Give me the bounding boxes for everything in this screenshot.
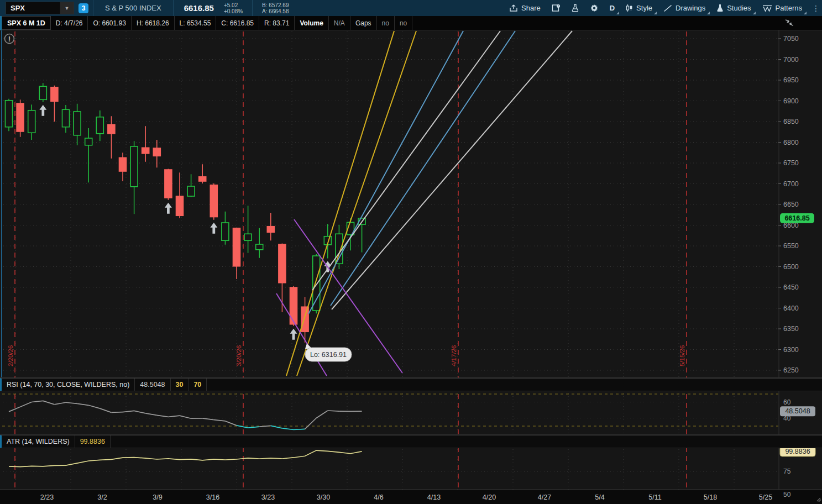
rsi-header-row: RSI (14, 70, 30, CLOSE, WILDERS, no) 48.… [0, 378, 822, 391]
trendline-tool-icon [663, 4, 672, 12]
more-menu[interactable]: ⋮ [808, 4, 822, 13]
share-button[interactable]: Share [504, 0, 546, 16]
candle-body [28, 111, 35, 133]
candle-body [233, 228, 240, 266]
close-value: C: 6616.85 [216, 16, 259, 30]
share-label: Share [521, 4, 541, 12]
studies-label: Studies [727, 4, 751, 12]
price-tick-label: 6300 [783, 346, 799, 354]
patterns-icon [762, 4, 772, 12]
candle-body [336, 234, 343, 264]
atr-header-row: ATR (14, WILDERS) 99.8836 [0, 435, 822, 448]
pane-left-edge [1, 30, 2, 377]
x-axis-row[interactable] [0, 490, 822, 504]
candle-body [187, 186, 195, 196]
symbol-description: S & P 500 INDEX [98, 4, 168, 12]
style-label: Style [636, 4, 652, 12]
gear-icon [590, 4, 599, 13]
candle-body [142, 148, 149, 154]
range-value: R: 83.71 [259, 16, 295, 30]
volume-toggle[interactable]: Volume [295, 16, 328, 30]
last-price-badge-value: 6616.85 [784, 214, 809, 222]
x-axis-label: 4/13 [427, 494, 441, 501]
candle-body [244, 234, 252, 240]
swap-arrows-icon[interactable] [783, 18, 795, 29]
price-tick-label: 6850 [783, 118, 799, 125]
symbol-dropdown[interactable]: SPX ▼ [6, 2, 74, 14]
price-tick-label: 6500 [783, 263, 799, 271]
price-tick-label: 6650 [783, 201, 799, 208]
last-price: 6616.85 [179, 3, 219, 13]
link-badge[interactable]: 3 [78, 3, 88, 13]
bid-ask-stack: B: 6572.69 A: 6664.58 [258, 2, 293, 14]
candle-body [130, 146, 138, 187]
candle-body [153, 148, 160, 156]
price-tick-label: 6800 [783, 139, 799, 146]
settings-button[interactable] [584, 0, 604, 16]
gaps-option-2[interactable]: no [395, 16, 412, 30]
top-toolbar: SPX ▼ 3 S & P 500 INDEX 6616.85 +5.02 +0… [0, 0, 822, 16]
timeframe-button[interactable]: D [604, 0, 620, 16]
ask-value: A: 6664.58 [262, 8, 289, 14]
candle-body [74, 112, 81, 135]
rsi-tick-label: 60 [783, 398, 791, 406]
style-button[interactable]: Style [620, 0, 658, 16]
chart-canvas[interactable]: 7050700069506900685068006750670066506600… [0, 30, 822, 504]
atr-study-label[interactable]: ATR (14, WILDERS) [2, 435, 75, 448]
atr-badge-value: 99.8836 [785, 448, 810, 455]
drawings-button[interactable]: Drawings [658, 0, 711, 16]
alerts-button[interactable] [546, 0, 566, 16]
volume-value: N/A [329, 16, 350, 30]
atr-current-value: 99.8836 [75, 435, 111, 448]
x-axis-label: 5/11 [648, 494, 661, 501]
candle-body [222, 223, 229, 240]
rsi-oversold-level: 30 [171, 379, 189, 391]
candle-body [108, 124, 115, 134]
high-value: H: 6618.26 [132, 16, 175, 30]
price-tick-label: 6450 [783, 284, 799, 291]
rsi-overbought-level: 70 [189, 379, 207, 391]
patterns-button[interactable]: Patterns [757, 0, 808, 16]
chevron-down-icon[interactable]: ▼ [60, 2, 74, 14]
gaps-option-1[interactable]: no [377, 16, 395, 30]
dropdown-caret-icon [753, 12, 756, 14]
drawings-label: Drawings [676, 4, 705, 12]
x-axis-label: 3/16 [206, 494, 219, 501]
rsi-line-segment [328, 411, 339, 411]
x-axis-label: 5/25 [759, 494, 772, 501]
price-tick-label: 6950 [783, 76, 799, 84]
analysis-button[interactable] [566, 0, 584, 16]
candle-body [39, 86, 46, 99]
candle-body [176, 196, 184, 216]
expiration-label: 5/15/26 [679, 345, 685, 366]
x-axis-label: 4/20 [483, 494, 496, 501]
rsi-line-segment [111, 412, 123, 413]
x-axis-label: 2/23 [40, 494, 54, 501]
chart-note-icon [552, 4, 561, 12]
candle-body [279, 244, 286, 283]
candle-body [256, 244, 263, 250]
dropdown-caret-icon [654, 12, 657, 14]
x-axis-label: 3/23 [261, 494, 275, 501]
thinkorswim-chart-window: { "header": { "symbol": "SPX", "dropdown… [0, 0, 822, 504]
candle-body [267, 227, 274, 233]
studies-button[interactable]: Studies [711, 0, 756, 16]
expiration-label: 2/20/26 [7, 345, 14, 366]
price-tick-label: 7000 [783, 56, 799, 64]
atr-tick-label: 75 [783, 468, 791, 475]
candle-body [313, 256, 320, 311]
price-tick-label: 6900 [783, 97, 799, 105]
candle-body [290, 287, 297, 324]
candle-body [119, 158, 127, 171]
candle-body [96, 117, 103, 134]
price-tick-label: 6400 [783, 305, 799, 312]
rsi-study-label[interactable]: RSI (14, 70, 30, CLOSE, WILDERS, no) [2, 379, 135, 391]
chart-header-row: SPX 6 M 1D D: 4/7/26 O: 6601.93 H: 6618.… [0, 16, 822, 30]
flask-icon [572, 4, 579, 12]
symbol-cluster: SPX ▼ 3 S & P 500 INDEX 6616.85 +5.02 +0… [0, 0, 298, 16]
price-tick-label: 6750 [783, 159, 799, 167]
chart-title: SPX 6 M 1D [2, 16, 51, 30]
gaps-toggle[interactable]: Gaps [350, 16, 377, 30]
change-value: +5.02 [224, 2, 243, 8]
studies-flask-icon [716, 4, 724, 12]
